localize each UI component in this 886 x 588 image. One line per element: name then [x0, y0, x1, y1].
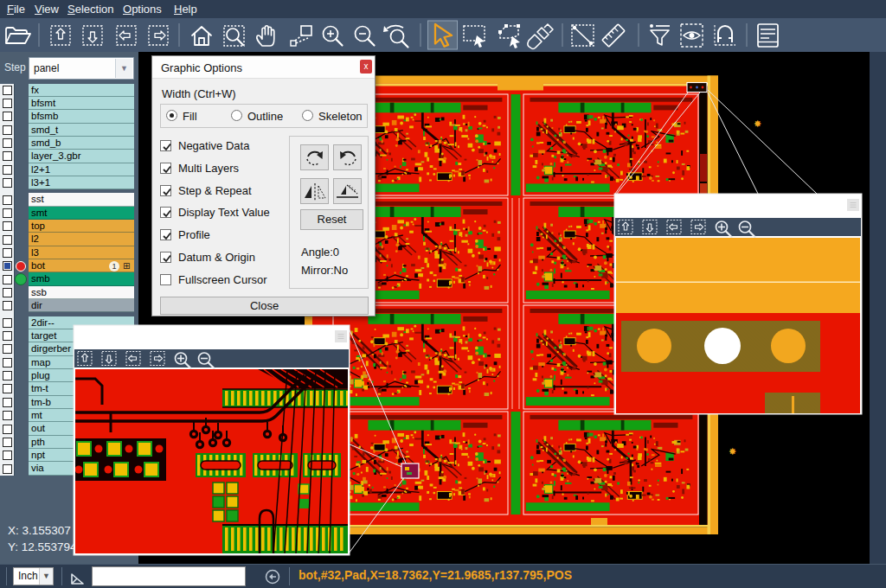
- svg-text:✸: ✸: [729, 446, 736, 457]
- svg-text:✸: ✸: [754, 118, 761, 129]
